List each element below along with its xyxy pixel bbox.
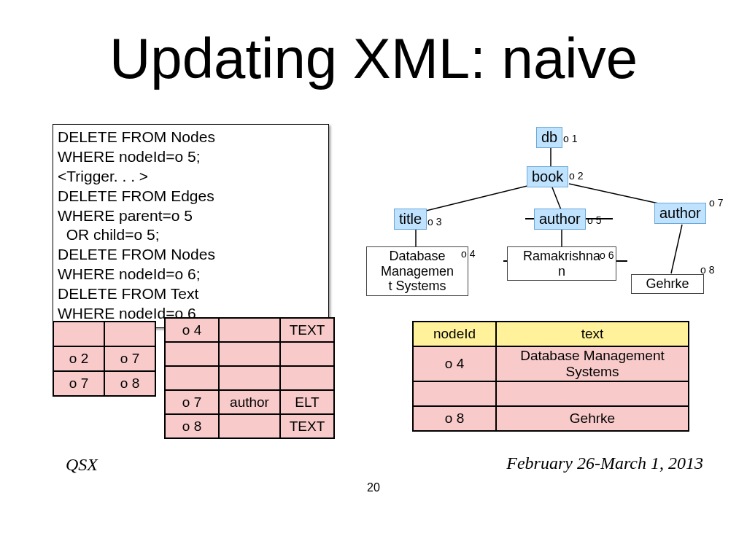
node-label: author	[659, 205, 701, 221]
cell: o 7	[165, 390, 219, 414]
cell: o 7	[53, 371, 104, 396]
nodes-table: o 4 TEXT o 7 author ELT o 8 TEXT	[164, 317, 335, 439]
cell: o 8	[104, 371, 155, 396]
footer-left: QSX	[66, 455, 98, 475]
cell: Database Management Systems	[496, 346, 689, 381]
cell: ELT	[280, 390, 334, 414]
table-row	[53, 322, 155, 346]
node-id: o 3	[427, 216, 441, 228]
text-table: nodeId text o 4 Database Management Syst…	[412, 321, 689, 432]
node-id: o 7	[709, 197, 723, 209]
edges-table: o 2 o 7 o 7 o 8	[53, 321, 156, 397]
leaf-text: Gehrke	[646, 276, 689, 291]
node-label: author	[539, 211, 581, 227]
tree-node-author2: author	[654, 203, 706, 224]
sql-box: DELETE FROM Nodes WHERE nodeId=o 5; <Tri…	[53, 124, 329, 328]
node-id: o 8	[700, 264, 714, 276]
slide-title: Updating XML: naive	[0, 26, 747, 92]
col-header: nodeId	[413, 322, 496, 346]
page-number: 20	[0, 481, 747, 494]
node-label: book	[532, 168, 563, 184]
cell: o 8	[413, 406, 496, 431]
cell	[219, 414, 280, 438]
table-row: o 8 Gehrke	[413, 406, 689, 431]
node-id: o 1	[563, 133, 577, 144]
slide: Updating XML: naive DELETE FROM Nodes WH…	[0, 0, 747, 560]
cell: TEXT	[280, 414, 334, 438]
table-row: o 2 o 7	[53, 346, 155, 371]
tree-node-book: book	[527, 166, 568, 187]
table-row	[413, 381, 689, 406]
cell: TEXT	[280, 318, 334, 342]
table-row: o 4 Database Management Systems	[413, 346, 689, 381]
cell: o 8	[165, 414, 219, 438]
node-id: o 4	[461, 248, 475, 260]
footer-right: February 26-March 1, 2013	[506, 454, 703, 473]
table-row	[165, 342, 334, 366]
leaf-text: Ramakrishna n	[511, 249, 613, 279]
svg-line-2	[551, 184, 562, 211]
node-id: o 5	[587, 214, 601, 226]
node-label: title	[399, 211, 422, 227]
cell	[219, 318, 280, 342]
cell: o 4	[413, 346, 496, 381]
node-id: o 2	[569, 170, 583, 182]
tree-node-db: db	[536, 127, 562, 148]
node-label: db	[541, 129, 557, 145]
table-row	[165, 366, 334, 390]
tree-node-title: title	[394, 209, 427, 230]
tree-node-author1: author	[534, 209, 586, 230]
tree-leaf-author2: Gehrke	[631, 274, 704, 294]
table-row: o 7 author ELT	[165, 390, 334, 414]
cell: o 2	[53, 346, 104, 371]
table-header-row: nodeId text	[413, 322, 689, 346]
node-id: o 6	[600, 249, 614, 261]
leaf-text: Database Managemen t Systems	[370, 249, 465, 294]
table-row: o 8 TEXT	[165, 414, 334, 438]
xml-tree: db o 1 book o 2 title o 3 author o 5 aut…	[336, 124, 744, 321]
cell: o 7	[104, 346, 155, 371]
svg-line-1	[423, 184, 536, 211]
col-header: text	[496, 322, 689, 346]
table-row: o 7 o 8	[53, 371, 155, 396]
table-row: o 4 TEXT	[165, 318, 334, 342]
svg-line-6	[671, 225, 682, 273]
cell: o 4	[165, 318, 219, 342]
cell: author	[219, 390, 280, 414]
cell: Gehrke	[496, 406, 689, 431]
tree-leaf-title: Database Managemen t Systems	[366, 246, 468, 296]
